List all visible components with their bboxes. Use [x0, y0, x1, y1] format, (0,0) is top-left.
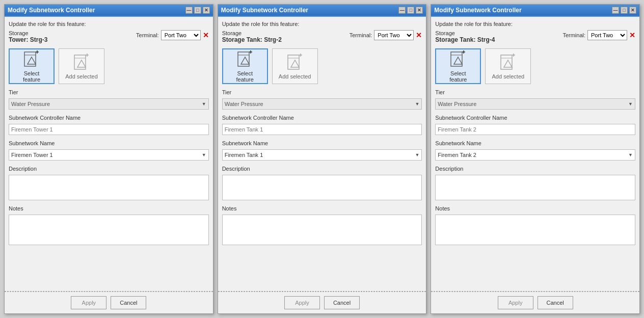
terminal-controls-3: Terminal: Port OnePort TwoPort Three ✕ [562, 30, 635, 40]
feature-clear-2[interactable]: ✕ [416, 32, 422, 39]
feature-name-1: Tower: Strg-3 [9, 36, 47, 43]
subnetwork-name-value-1: Firemen Tower 1 [11, 152, 53, 158]
subnetwork-name-label-2: Subnetwork Name [222, 140, 422, 146]
dialog-footer-1: Apply Cancel [5, 292, 213, 313]
description-label-1: Description [9, 166, 209, 172]
restore-button-3[interactable]: □ [621, 7, 628, 14]
restore-button-1[interactable]: □ [194, 7, 201, 14]
notes-input-2[interactable] [222, 215, 422, 245]
dialog-1: Modify Subnetwork Controller — □ ✕ Updat… [4, 4, 213, 314]
terminal-controls-2: Terminal: Port OnePort TwoPort Three ✕ [350, 30, 422, 40]
dialog-title-3: Modify Subnetwork Controller [434, 7, 521, 14]
subnetwork-arrow-3: ▼ [628, 152, 633, 157]
tier-value-1: Water Pressure [11, 101, 50, 107]
cancel-button-1[interactable]: Cancel [111, 296, 146, 309]
tier-label-1: Tier [9, 89, 209, 95]
dialog-footer-3: Apply Cancel [431, 292, 639, 313]
update-label-1: Update the role for this feature: [9, 21, 209, 27]
terminal-select-1[interactable]: Port OnePort TwoPort Three [161, 30, 201, 40]
tier-dropdown-1[interactable]: Water Pressure ▼ [9, 98, 209, 110]
action-buttons-2: Selectfeature Add selected [222, 48, 422, 84]
controller-name-input-2[interactable] [222, 124, 422, 135]
feature-row-1: Storage Tower: Strg-3 Terminal: Port One… [9, 30, 209, 43]
minimize-button-3[interactable]: — [612, 7, 619, 14]
feature-clear-1[interactable]: ✕ [203, 32, 209, 39]
action-buttons-1: Selectfeature Add selected [9, 48, 209, 84]
terminal-label-2: Terminal: [350, 32, 372, 38]
apply-button-1[interactable]: Apply [71, 296, 106, 309]
controller-name-input-3[interactable] [435, 124, 635, 135]
close-button-2[interactable]: ✕ [416, 7, 423, 14]
feature-name-3: Storage Tank: Strg-4 [435, 36, 495, 43]
subnetwork-name-dropdown-1[interactable]: Firemen Tower 1 ▼ [9, 149, 209, 161]
controller-name-label-3: Subnetwork Controller Name [435, 115, 635, 121]
controller-name-label-2: Subnetwork Controller Name [222, 115, 422, 121]
svg-marker-17 [291, 60, 299, 67]
restore-button-2[interactable]: □ [407, 7, 414, 14]
minimize-button-1[interactable]: — [185, 7, 193, 14]
dialog-3: Modify Subnetwork Controller — □ ✕ Updat… [431, 4, 640, 314]
feature-left-1: Storage Tower: Strg-3 [9, 30, 47, 43]
feature-left-3: Storage Storage Tank: Strg-4 [435, 30, 495, 43]
feature-type-1: Storage [9, 30, 47, 36]
subnetwork-name-value-2: Firemen Tank 1 [225, 152, 263, 158]
select-feature-button-1[interactable]: Selectfeature [9, 48, 55, 84]
dialog-2: Modify Subnetwork Controller — □ ✕ Updat… [218, 4, 427, 314]
terminal-select-2[interactable]: Port OnePort TwoPort Three [374, 30, 414, 40]
terminal-select-3[interactable]: Port OnePort TwoPort Three [587, 30, 627, 40]
title-bar-2: Modify Subnetwork Controller — □ ✕ [218, 5, 426, 16]
feature-left-2: Storage Storage Tank: Strg-2 [222, 30, 282, 43]
cancel-button-2[interactable]: Cancel [324, 296, 360, 309]
notes-label-2: Notes [222, 205, 422, 211]
tier-arrow-3: ▼ [628, 101, 633, 107]
feature-type-2: Storage [222, 30, 282, 36]
svg-marker-12 [241, 57, 249, 64]
description-label-2: Description [222, 166, 422, 172]
select-feature-label-1: Selectfeature [23, 70, 40, 83]
feature-clear-3[interactable]: ✕ [629, 32, 635, 39]
apply-button-3[interactable]: Apply [498, 296, 533, 309]
add-selected-button-3[interactable]: Add selected [485, 48, 531, 84]
title-controls-1: — □ ✕ [185, 7, 210, 14]
svg-marker-27 [504, 60, 512, 67]
update-label-2: Update the role for this feature: [222, 21, 422, 27]
cancel-button-3[interactable]: Cancel [538, 296, 573, 309]
svg-marker-7 [77, 60, 86, 67]
tier-dropdown-2[interactable]: Water Pressure ▼ [222, 98, 422, 110]
subnetwork-name-dropdown-2[interactable]: Firemen Tank 1 ▼ [222, 149, 422, 161]
description-input-3[interactable] [435, 175, 635, 200]
minimize-button-2[interactable]: — [398, 7, 406, 14]
subnetwork-arrow-1: ▼ [202, 152, 206, 157]
select-feature-button-2[interactable]: Selectfeature [222, 48, 268, 84]
subnetwork-name-label-3: Subnetwork Name [435, 140, 635, 146]
add-selected-button-1[interactable]: Add selected [59, 48, 104, 84]
svg-marker-22 [454, 57, 462, 64]
select-feature-label-2: Selectfeature [236, 70, 254, 83]
close-button-3[interactable]: ✕ [629, 7, 636, 14]
close-button-1[interactable]: ✕ [203, 7, 210, 14]
feature-row-3: Storage Storage Tank: Strg-4 Terminal: P… [435, 30, 635, 43]
title-bar-1: Modify Subnetwork Controller — □ ✕ [5, 5, 213, 16]
add-selected-button-2[interactable]: Add selected [272, 48, 318, 84]
controller-name-input-1[interactable] [9, 124, 209, 135]
dialog-footer-2: Apply Cancel [218, 292, 426, 313]
notes-input-1[interactable] [9, 215, 209, 245]
feature-row-2: Storage Storage Tank: Strg-2 Terminal: P… [222, 30, 422, 43]
description-input-2[interactable] [222, 175, 422, 200]
apply-button-2[interactable]: Apply [284, 296, 320, 309]
add-selected-label-3: Add selected [492, 73, 525, 80]
tier-label-3: Tier [435, 89, 635, 95]
subnetwork-name-dropdown-3[interactable]: Firemen Tank 2 ▼ [435, 149, 635, 161]
description-input-1[interactable] [9, 175, 209, 200]
tier-value-3: Water Pressure [438, 101, 476, 107]
notes-input-3[interactable] [435, 215, 635, 245]
dialog-body-3: Update the role for this feature: Storag… [431, 16, 639, 291]
tier-dropdown-3[interactable]: Water Pressure ▼ [435, 98, 635, 110]
add-selected-label-2: Add selected [279, 73, 311, 80]
add-selected-label-1: Add selected [65, 73, 98, 80]
title-bar-3: Modify Subnetwork Controller — □ ✕ [431, 5, 639, 16]
subnetwork-arrow-2: ▼ [415, 152, 419, 157]
svg-marker-2 [28, 57, 36, 64]
tier-label-2: Tier [222, 89, 422, 95]
select-feature-button-3[interactable]: Selectfeature [435, 48, 481, 84]
